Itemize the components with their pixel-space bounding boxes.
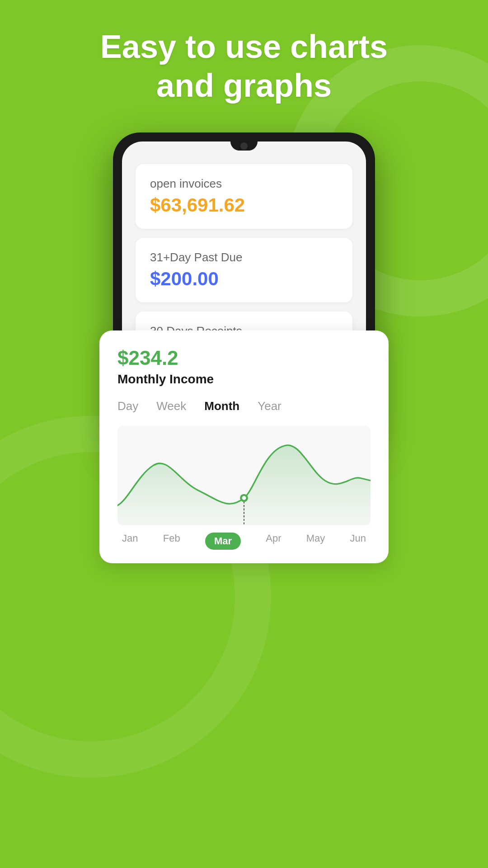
tab-week[interactable]: Week <box>156 397 186 415</box>
open-invoices-value: $63,691.62 <box>150 194 338 216</box>
tab-day[interactable]: Day <box>117 397 138 415</box>
page-title: Easy to use charts and graphs <box>36 27 452 105</box>
tab-month[interactable]: Month <box>204 397 239 415</box>
x-label-mar[interactable]: Mar <box>205 533 241 550</box>
x-label-apr: Apr <box>266 533 281 550</box>
open-invoices-label: open invoices <box>150 177 338 191</box>
past-due-card: 31+Day Past Due $200.00 <box>136 238 352 302</box>
past-due-value: $200.00 <box>150 268 338 290</box>
phone-camera <box>240 142 248 150</box>
chart-card: $234.2 Monthly Income Day Week Month Yea… <box>99 330 389 563</box>
phone-container: open invoices $63,691.62 31+Day Past Due… <box>0 132 488 527</box>
tab-year[interactable]: Year <box>258 397 282 415</box>
chart-svg <box>117 426 371 525</box>
x-label-feb: Feb <box>163 533 180 550</box>
chart-dot-inner <box>242 496 246 500</box>
open-invoices-card: open invoices $63,691.62 <box>136 164 352 229</box>
phone-wrapper: open invoices $63,691.62 31+Day Past Due… <box>113 132 375 527</box>
past-due-label: 31+Day Past Due <box>150 250 338 264</box>
chart-area <box>117 426 371 525</box>
x-label-jan: Jan <box>122 533 138 550</box>
page-header: Easy to use charts and graphs <box>0 0 488 123</box>
chart-x-labels: Jan Feb Mar Apr May Jun <box>117 533 371 550</box>
chart-title: Monthly Income <box>117 372 371 387</box>
x-label-may: May <box>306 533 325 550</box>
chart-amount: $234.2 <box>117 347 371 369</box>
time-tabs: Day Week Month Year <box>117 397 371 415</box>
x-label-jun: Jun <box>350 533 366 550</box>
